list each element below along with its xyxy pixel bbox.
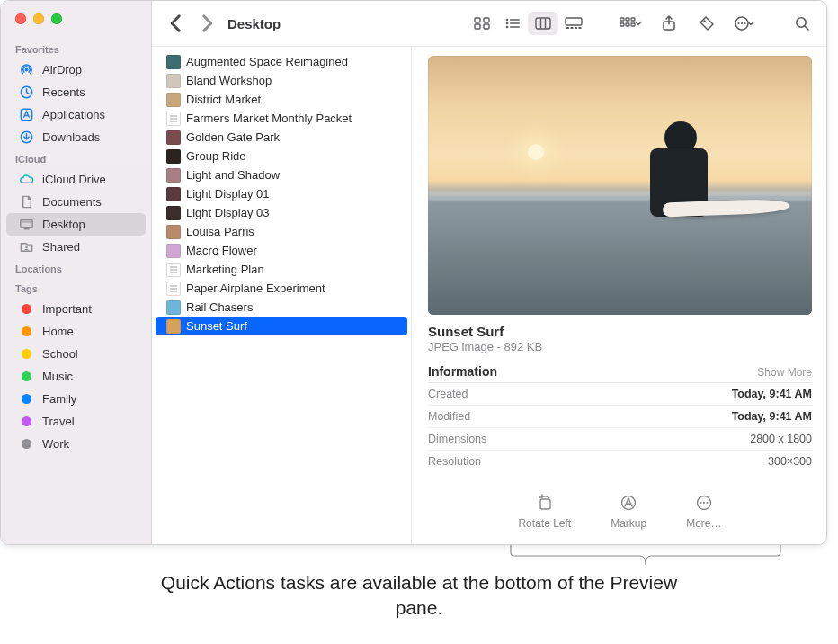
sidebar-item-label: Documents <box>42 195 138 209</box>
file-list[interactable]: Augmented Space ReimaginedBland Workshop… <box>152 47 411 544</box>
svg-rect-17 <box>536 18 550 29</box>
sidebar-item-important[interactable]: Important <box>6 298 146 320</box>
action-button[interactable] <box>729 12 760 35</box>
info-row: CreatedToday, 9:41 AM <box>428 383 812 406</box>
tag-dot-icon <box>19 324 34 339</box>
sidebar-item-music[interactable]: Music <box>6 365 146 388</box>
more-label: More… <box>686 517 721 530</box>
file-item[interactable]: Louisa Parris <box>156 222 407 241</box>
file-name: Group Ride <box>186 149 245 163</box>
airdrop-icon <box>19 62 34 77</box>
zoom-window-button[interactable] <box>51 13 62 24</box>
tag-dot-icon <box>19 414 34 429</box>
info-row: Dimensions2800 x 1800 <box>428 428 812 451</box>
markup-button[interactable]: Markup <box>611 494 646 530</box>
sidebar-item-label: Applications <box>42 108 138 121</box>
file-item[interactable]: Augmented Space Reimagined <box>156 52 407 71</box>
file-item[interactable]: Macro Flower <box>156 241 407 260</box>
shared-icon <box>19 239 34 255</box>
info-heading: Information <box>428 364 497 379</box>
svg-point-44 <box>706 502 708 504</box>
sidebar-item-label: iCloud Drive <box>42 173 138 186</box>
sidebar-item-airdrop[interactable]: AirDrop <box>6 58 146 81</box>
sidebar-item-family[interactable]: Family <box>6 388 146 410</box>
show-more-button[interactable]: Show More <box>757 366 812 379</box>
file-item[interactable]: Sunset Surf <box>156 317 407 335</box>
back-button[interactable] <box>165 13 188 34</box>
svg-point-13 <box>506 22 509 25</box>
column-view-button[interactable] <box>528 12 558 35</box>
sidebar-item-home[interactable]: Home <box>6 320 146 343</box>
file-item[interactable]: Light and Shadow <box>156 165 407 184</box>
minimize-window-button[interactable] <box>33 13 44 24</box>
sidebar-item-label: Work <box>42 437 138 451</box>
close-window-button[interactable] <box>15 13 26 24</box>
file-item[interactable]: Bland Workshop <box>156 71 407 90</box>
sidebar-item-documents[interactable]: Documents <box>6 191 146 213</box>
file-item[interactable]: Paper Airplane Experiment <box>156 279 407 298</box>
markup-icon <box>620 494 637 512</box>
sidebar-item-icloud-drive[interactable]: iCloud Drive <box>6 168 146 191</box>
downloads-icon <box>19 130 34 145</box>
window-title: Desktop <box>227 16 281 31</box>
sidebar-item-school[interactable]: School <box>6 343 146 365</box>
sidebar-item-label: Home <box>42 325 138 338</box>
info-key: Dimensions <box>428 433 486 445</box>
svg-point-32 <box>703 20 705 22</box>
svg-rect-10 <box>484 24 489 29</box>
file-item[interactable]: Group Ride <box>156 147 407 165</box>
sidebar-item-work[interactable]: Work <box>6 433 146 455</box>
svg-rect-25 <box>620 18 624 21</box>
sidebar-item-shared[interactable]: Shared <box>6 236 146 258</box>
info-key: Modified <box>428 410 470 423</box>
sidebar-item-applications[interactable]: Applications <box>6 103 146 126</box>
svg-rect-14 <box>510 22 520 24</box>
desktop-icon <box>19 217 34 232</box>
svg-rect-8 <box>484 18 489 22</box>
sidebar-item-recents[interactable]: Recents <box>6 81 146 103</box>
sidebar-item-travel[interactable]: Travel <box>6 410 146 433</box>
sidebar-item-label: Family <box>42 392 138 406</box>
document-icon <box>19 194 34 210</box>
svg-point-42 <box>700 502 701 504</box>
svg-point-15 <box>506 26 509 29</box>
share-button[interactable] <box>654 12 684 35</box>
file-item[interactable]: District Market <box>156 90 407 109</box>
group-by-button[interactable] <box>616 12 646 35</box>
file-item[interactable]: Golden Gate Park <box>156 128 407 147</box>
info-value: Today, 9:41 AM <box>732 410 812 423</box>
file-item[interactable]: Rail Chasers <box>156 298 407 317</box>
file-item[interactable]: Farmers Market Monthly Packet <box>156 109 407 128</box>
file-item[interactable]: Light Display 01 <box>156 184 407 203</box>
sidebar-item-desktop[interactable]: Desktop <box>6 213 146 236</box>
file-name: Louisa Parris <box>186 225 254 238</box>
image-thumbnail-icon <box>166 225 181 239</box>
markup-label: Markup <box>611 517 646 530</box>
list-view-button[interactable] <box>497 12 528 35</box>
image-thumbnail-icon <box>166 300 181 315</box>
file-name: Light and Shadow <box>186 168 280 182</box>
svg-rect-9 <box>475 24 480 29</box>
file-item[interactable]: Light Display 03 <box>156 203 407 222</box>
tags-button[interactable] <box>691 12 722 35</box>
more-actions-button[interactable]: More… <box>686 494 721 530</box>
gallery-view-button[interactable] <box>558 12 589 35</box>
file-name: Augmented Space Reimagined <box>186 55 348 68</box>
svg-point-6 <box>25 246 28 248</box>
rotate-left-button[interactable]: Rotate Left <box>518 494 571 530</box>
file-name: Macro Flower <box>186 244 257 257</box>
rotate-left-icon <box>536 494 554 512</box>
file-item[interactable]: Marketing Plan <box>156 260 407 279</box>
window-controls <box>1 1 151 39</box>
svg-rect-21 <box>566 27 569 29</box>
svg-rect-28 <box>620 23 624 26</box>
forward-button[interactable] <box>195 13 218 34</box>
sidebar-section-label: iCloud <box>1 148 151 168</box>
applications-icon <box>19 107 34 122</box>
file-name: District Market <box>186 93 261 106</box>
search-button[interactable] <box>787 12 817 35</box>
icon-view-button[interactable] <box>467 12 497 35</box>
more-icon <box>695 494 713 512</box>
sidebar-item-downloads[interactable]: Downloads <box>6 126 146 148</box>
svg-rect-16 <box>510 26 520 28</box>
